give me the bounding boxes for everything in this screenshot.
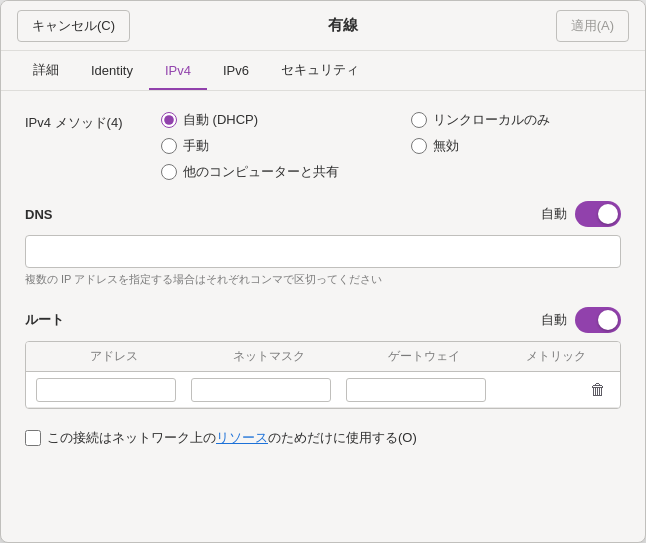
method-shared-label: 他のコンピューターと共有 <box>183 163 339 181</box>
method-shared-radio[interactable] <box>161 164 177 180</box>
route-table: アドレス ネットマスク ゲートウェイ メトリック <box>25 341 621 409</box>
route-table-header: アドレス ネットマスク ゲートウェイ メトリック <box>26 342 620 372</box>
method-label: IPv4 メソッド(4) <box>25 111 145 132</box>
route-title: ルート <box>25 311 64 329</box>
dns-title: DNS <box>25 207 52 222</box>
route-section: ルート 自動 アドレス ネットマスク ゲートウェイ メトリック <box>25 307 621 409</box>
route-auto-label: 自動 <box>541 311 567 329</box>
tab-security[interactable]: セキュリティ <box>265 51 375 91</box>
dns-section: DNS 自動 8.8.8.8 複数の IP アドレスを指定する場合はそれぞれコン… <box>25 201 621 287</box>
table-row: 🗑 <box>26 372 620 408</box>
tab-ipv4[interactable]: IPv4 <box>149 53 207 90</box>
route-toggle-slider <box>575 307 621 333</box>
method-manual-radio[interactable] <box>161 138 177 154</box>
dns-toggle[interactable] <box>575 201 621 227</box>
method-link-local[interactable]: リンクローカルのみ <box>411 111 621 129</box>
apply-button[interactable]: 適用(A) <box>556 10 629 42</box>
footer-link-text: リソース <box>216 430 268 445</box>
method-dhcp-radio[interactable] <box>161 112 177 128</box>
method-manual[interactable]: 手動 <box>161 137 371 155</box>
footer-checkbox-section: この接続はネットワーク上のリソースのためだけに使用する(O) <box>25 429 621 447</box>
gateway-input[interactable] <box>346 378 486 402</box>
col-gateway: ゲートウェイ <box>346 348 501 365</box>
tab-bar: 詳細 Identity IPv4 IPv6 セキュリティ <box>1 51 645 91</box>
tab-details[interactable]: 詳細 <box>17 51 75 91</box>
row-actions: 🗑 <box>501 377 610 403</box>
method-dhcp-label: 自動 (DHCP) <box>183 111 258 129</box>
cancel-button[interactable]: キャンセル(C) <box>17 10 130 42</box>
dns-hint: 複数の IP アドレスを指定する場合はそれぞれコンマで区切ってください <box>25 272 621 287</box>
dns-input[interactable]: 8.8.8.8 <box>25 235 621 268</box>
content-area: IPv4 メソッド(4) 自動 (DHCP) リンクローカルのみ 手動 無効 <box>1 91 645 542</box>
dns-toggle-slider <box>575 201 621 227</box>
col-netmask: ネットマスク <box>191 348 346 365</box>
col-metric: メトリック <box>501 348 610 365</box>
footer-label-before: この接続はネットワーク上の <box>47 430 216 445</box>
dns-auto-label: 自動 <box>541 205 567 223</box>
address-input[interactable] <box>36 378 176 402</box>
footer-label-after: のためだけに使用する(O) <box>268 430 417 445</box>
resource-only-checkbox[interactable] <box>25 430 41 446</box>
method-shared[interactable]: 他のコンピューターと共有 <box>161 163 371 181</box>
address-cell <box>36 378 191 402</box>
method-disabled-label: 無効 <box>433 137 459 155</box>
window-title: 有線 <box>328 16 358 35</box>
method-link-local-label: リンクローカルのみ <box>433 111 550 129</box>
method-dhcp[interactable]: 自動 (DHCP) <box>161 111 371 129</box>
dns-toggle-group: 自動 <box>541 201 621 227</box>
method-disabled-radio[interactable] <box>411 138 427 154</box>
method-link-local-radio[interactable] <box>411 112 427 128</box>
titlebar: キャンセル(C) 有線 適用(A) <box>1 1 645 51</box>
method-manual-label: 手動 <box>183 137 209 155</box>
main-window: キャンセル(C) 有線 適用(A) 詳細 Identity IPv4 IPv6 … <box>0 0 646 543</box>
method-disabled[interactable]: 無効 <box>411 137 621 155</box>
route-toggle-group: 自動 <box>541 307 621 333</box>
ipv4-method-section: IPv4 メソッド(4) 自動 (DHCP) リンクローカルのみ 手動 無効 <box>25 111 621 181</box>
tab-identity[interactable]: Identity <box>75 53 149 90</box>
col-address: アドレス <box>36 348 191 365</box>
netmask-cell <box>191 378 346 402</box>
dns-header: DNS 自動 <box>25 201 621 227</box>
delete-row-button[interactable]: 🗑 <box>586 377 610 403</box>
method-radio-group: 自動 (DHCP) リンクローカルのみ 手動 無効 他のコンピューターと共有 <box>161 111 621 181</box>
route-header: ルート 自動 <box>25 307 621 333</box>
footer-label: この接続はネットワーク上のリソースのためだけに使用する(O) <box>47 429 417 447</box>
gateway-cell <box>346 378 501 402</box>
tab-ipv6[interactable]: IPv6 <box>207 53 265 90</box>
route-toggle[interactable] <box>575 307 621 333</box>
netmask-input[interactable] <box>191 378 331 402</box>
